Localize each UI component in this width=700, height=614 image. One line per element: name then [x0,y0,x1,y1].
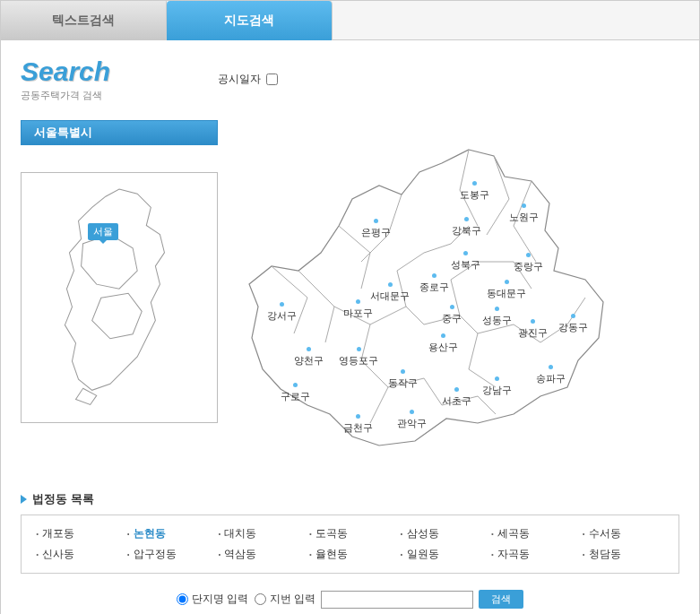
district-label: 동작구 [388,377,418,388]
district-dot-icon [293,383,298,387]
dong-item[interactable]: 압구정동 [127,547,210,562]
district-dot-icon [450,305,454,309]
district-label: 송파구 [536,373,566,384]
district-label: 양천구 [294,355,324,366]
dong-list-box: 개포동논현동대치동도곡동삼성동세곡동수서동신사동압구정동역삼동율현동일원동자곡동… [21,515,679,574]
district-도봉구[interactable]: 도봉구 [460,181,489,202]
district-송파구[interactable]: 송파구 [536,365,566,385]
district-label: 서대문구 [370,290,410,301]
radio-complex-input[interactable] [177,593,188,605]
korea-map-box[interactable]: 서울 [21,172,218,423]
district-동작구[interactable]: 동작구 [388,369,418,390]
district-금천구[interactable]: 금천구 [343,414,373,435]
region-bar: 서울특별시 [21,120,218,145]
district-dot-icon [441,333,445,338]
dong-item[interactable]: 자곡동 [491,547,574,562]
district-강북구[interactable]: 강북구 [452,217,481,238]
dong-item[interactable]: 청담동 [582,547,664,562]
district-dot-icon [410,410,414,414]
district-label: 도봉구 [460,189,489,200]
district-양천구[interactable]: 양천구 [294,347,324,368]
district-서대문구[interactable]: 서대문구 [370,282,410,303]
district-dot-icon [432,273,436,278]
district-label: 서초구 [442,395,471,406]
radio-jibun-input[interactable] [255,593,266,605]
district-광진구[interactable]: 광진구 [518,319,548,340]
search-input[interactable] [321,591,473,609]
district-dot-icon [531,319,535,324]
district-성동구[interactable]: 성동구 [482,307,512,327]
dong-item[interactable]: 신사동 [36,547,118,562]
district-dot-icon [454,387,459,392]
search-header: Search 공동주택가격 검색 공시일자 [21,56,679,102]
district-성북구[interactable]: 성북구 [451,251,480,272]
dong-item[interactable]: 세곡동 [491,526,574,541]
district-서초구[interactable]: 서초구 [442,387,471,408]
district-label: 용산구 [428,342,458,352]
district-label: 노원구 [509,212,539,222]
district-종로구[interactable]: 종로구 [419,273,449,294]
district-dot-icon [388,282,393,287]
district-dot-icon [522,203,526,208]
district-노원구[interactable]: 노원구 [509,203,539,224]
district-dot-icon [464,217,469,221]
district-강서구[interactable]: 강서구 [267,302,297,323]
district-label: 관악구 [397,418,427,428]
seoul-marker[interactable]: 서울 [88,223,118,240]
district-중구[interactable]: 중구 [442,305,462,325]
dong-item[interactable]: 삼성동 [400,526,482,541]
district-label: 강북구 [452,225,481,236]
district-label: 영등포구 [339,355,378,366]
search-button[interactable]: 검색 [479,590,523,609]
dong-section-label: 법정동 목록 [32,491,94,507]
seoul-map[interactable]: 도봉구노원구강북구은평구성북구중랑구종로구서대문구동대문구마포구강서구중구성동구… [245,145,621,468]
dong-item[interactable]: 역삼동 [218,547,300,562]
district-중랑구[interactable]: 중랑구 [514,253,543,273]
district-label: 광진구 [518,327,548,338]
radio-complex-name[interactable]: 단지명 입력 [177,592,248,607]
dong-item[interactable]: 대치동 [218,526,300,541]
district-dot-icon [463,251,468,255]
district-dot-icon [495,376,499,381]
district-강남구[interactable]: 강남구 [482,376,512,397]
district-은평구[interactable]: 은평구 [361,219,391,239]
notice-date-checkbox[interactable] [266,74,278,85]
dong-item[interactable]: 논현동 [127,526,210,541]
district-dot-icon [505,280,509,284]
dong-item[interactable]: 개포동 [36,526,118,541]
district-마포구[interactable]: 마포구 [343,299,373,320]
district-dot-icon [374,219,378,223]
search-title: Search [21,56,110,87]
tab-text-search[interactable]: 텍스트검색 [1,1,167,40]
district-영등포구[interactable]: 영등포구 [339,347,378,368]
district-label: 마포구 [343,307,373,318]
arrow-icon [21,495,27,504]
dong-item[interactable]: 율현동 [309,547,392,562]
district-용산구[interactable]: 용산구 [428,333,458,354]
district-dot-icon [356,299,360,304]
dong-section-title: 법정동 목록 [21,491,679,507]
district-dot-icon [526,253,531,257]
district-구로구[interactable]: 구로구 [281,383,310,403]
district-dot-icon [357,347,361,351]
search-bar: 단지명 입력 지번 입력 검색 [21,590,679,609]
district-강동구[interactable]: 강동구 [558,314,588,334]
tab-map-search[interactable]: 지도검색 [167,1,333,40]
radio-jibun[interactable]: 지번 입력 [255,592,315,607]
radio-jibun-label: 지번 입력 [270,592,315,607]
district-dot-icon [472,181,477,186]
radio-complex-label: 단지명 입력 [192,592,248,607]
district-dot-icon [549,365,553,369]
district-label: 강서구 [267,310,297,321]
dong-item[interactable]: 수서동 [582,526,664,541]
dong-item[interactable]: 도곡동 [309,526,392,541]
district-dot-icon [571,314,575,318]
tab-bar: 텍스트검색 지도검색 [1,1,699,40]
dong-item[interactable]: 일원동 [400,547,482,562]
dong-grid: 개포동논현동대치동도곡동삼성동세곡동수서동신사동압구정동역삼동율현동일원동자곡동… [36,526,664,562]
district-label: 동대문구 [487,288,526,298]
district-동대문구[interactable]: 동대문구 [487,280,526,300]
district-dot-icon [356,414,360,419]
district-관악구[interactable]: 관악구 [397,410,427,430]
app-container: 텍스트검색 지도검색 Search 공동주택가격 검색 공시일자 서울특별시 서… [0,0,700,614]
